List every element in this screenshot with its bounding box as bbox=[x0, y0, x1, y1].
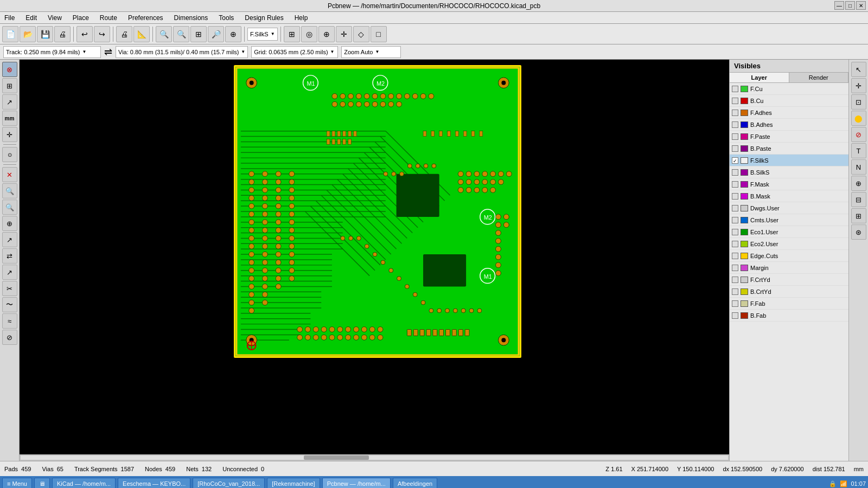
layer-row-eco1-user[interactable]: Eco1.User bbox=[730, 226, 848, 238]
layer-row-b-silks[interactable]: B.SilkS bbox=[730, 166, 848, 178]
layer-view-btn[interactable]: ⊙ bbox=[2, 147, 17, 162]
plus-tool[interactable]: ✛ bbox=[851, 78, 866, 93]
menu-button[interactable]: ≡ Menu bbox=[2, 478, 32, 488]
cross-tool[interactable]: ⊕ bbox=[851, 176, 866, 191]
layer-row-margin[interactable]: Margin bbox=[730, 262, 848, 274]
layer-row-b-mask[interactable]: B.Mask bbox=[730, 190, 848, 202]
eeschema-task[interactable]: Eeschema — KEYBO... bbox=[118, 478, 190, 488]
delete-btn[interactable]: ✕ bbox=[2, 167, 17, 182]
undo-button[interactable]: ↩ bbox=[76, 26, 93, 42]
layer-visibility-checkbox[interactable] bbox=[732, 110, 738, 116]
via-size-dropdown[interactable]: Via: 0.80 mm (31.5 mils)/ 0.40 mm (15.7 … bbox=[116, 46, 248, 58]
layer-row-b-cu[interactable]: B.Cu bbox=[730, 95, 848, 107]
layer-visibility-checkbox[interactable]: ✓ bbox=[732, 157, 738, 164]
plot-button[interactable]: 📐 bbox=[133, 26, 150, 42]
scrollbar-thumb[interactable] bbox=[304, 455, 369, 460]
ratsnest-button[interactable]: ◎ bbox=[301, 26, 317, 42]
layer-row-b-paste[interactable]: B.Paste bbox=[730, 143, 848, 155]
kicad-task[interactable]: KiCad — /home/m... bbox=[52, 478, 116, 488]
layer-visibility-checkbox[interactable] bbox=[732, 241, 738, 247]
menu-item-dimensions[interactable]: Dimensions bbox=[172, 13, 210, 23]
menu-item-place[interactable]: Place bbox=[71, 13, 91, 23]
net-tool[interactable]: N bbox=[851, 159, 866, 175]
zoom-in-button[interactable]: 🔍 bbox=[156, 26, 172, 42]
select-tool[interactable]: ⊗ bbox=[2, 62, 17, 77]
layer-row-f-mask[interactable]: F.Mask bbox=[730, 178, 848, 190]
menu-item-file[interactable]: File bbox=[2, 13, 17, 23]
grid-dropdown[interactable]: Grid: 0.0635 mm (2.50 mils) ▼ bbox=[251, 46, 338, 58]
component-tool[interactable]: ⊞ bbox=[2, 78, 17, 93]
canvas-area[interactable]: M1 M2 M2 M1 bbox=[20, 60, 729, 461]
pcbnew-task[interactable]: Pcbnew — /home/m... bbox=[322, 478, 391, 488]
layer-row-cmts-user[interactable]: Cmts.User bbox=[730, 214, 848, 226]
lock-tool[interactable]: ⊛ bbox=[851, 224, 866, 240]
route-diff-btn[interactable]: ⇄ bbox=[2, 248, 17, 264]
text-label-tool[interactable]: T bbox=[851, 143, 866, 158]
footprint-tool[interactable]: ↗ bbox=[2, 94, 17, 110]
layer-visibility-checkbox[interactable] bbox=[732, 86, 738, 92]
layer-visibility-checkbox[interactable] bbox=[732, 145, 738, 152]
zoom-out-button[interactable]: 🔍 bbox=[173, 26, 189, 42]
layer-row-dwgs-user[interactable]: Dwgs.User bbox=[730, 202, 848, 214]
zoom-select-button[interactable]: 🔎 bbox=[208, 26, 224, 42]
close-button[interactable]: ✕ bbox=[856, 1, 866, 10]
layer-row-f-silks[interactable]: ✓F.SilkS bbox=[730, 155, 848, 166]
layer-visibility-checkbox[interactable] bbox=[732, 288, 738, 295]
layer-visibility-checkbox[interactable] bbox=[732, 277, 738, 283]
horizontal-scrollbar[interactable] bbox=[20, 454, 729, 461]
layer-dropdown[interactable]: F.SilkS ▼ bbox=[247, 28, 278, 41]
layer-row-f-adhes[interactable]: F.Adhes bbox=[730, 107, 848, 119]
layer-visibility-checkbox[interactable] bbox=[732, 121, 738, 128]
print-button[interactable]: 🖨 bbox=[54, 26, 71, 42]
net-inspector-button[interactable]: ⊞ bbox=[284, 26, 300, 42]
layer-row-f-crtyd[interactable]: F.CrtYd bbox=[730, 274, 848, 286]
edit-btn[interactable]: ⊘ bbox=[2, 330, 17, 345]
menu-item-tools[interactable]: Tools bbox=[216, 13, 236, 23]
snap-tool[interactable]: ⊡ bbox=[851, 94, 866, 110]
layer-row-edge-cuts[interactable]: Edge.Cuts bbox=[730, 250, 848, 262]
layer-visibility-checkbox[interactable] bbox=[732, 133, 738, 140]
route-single-btn[interactable]: ↗ bbox=[2, 232, 17, 247]
adjust-tool[interactable]: ✛ bbox=[2, 127, 17, 142]
layer-row-eco2-user[interactable]: Eco2.User bbox=[730, 238, 848, 250]
layer-row-f-paste[interactable]: F.Paste bbox=[730, 131, 848, 143]
push-shove-btn[interactable]: ✂ bbox=[2, 281, 17, 296]
layer-visibility-checkbox[interactable] bbox=[732, 312, 738, 319]
minimize-button[interactable]: — bbox=[834, 1, 844, 10]
fanout-btn[interactable]: ↗ bbox=[2, 265, 17, 280]
3d-viewer-button[interactable]: □ bbox=[371, 26, 387, 42]
menu-item-design-rules[interactable]: Design Rules bbox=[242, 13, 285, 23]
layer-visibility-checkbox[interactable] bbox=[732, 193, 738, 200]
desktop-button[interactable]: 🖥 bbox=[34, 478, 50, 488]
layer-visibility-checkbox[interactable] bbox=[732, 300, 738, 307]
layer-row-b-adhes[interactable]: B.Adhes bbox=[730, 119, 848, 131]
layer-visibility-checkbox[interactable] bbox=[732, 181, 738, 188]
tab-render[interactable]: Render bbox=[789, 73, 849, 82]
redo-button[interactable]: ↪ bbox=[94, 26, 110, 42]
track-width-dropdown[interactable]: Track: 0.250 mm (9.84 mils) ▼ bbox=[3, 46, 101, 58]
drc-button[interactable]: ⊕ bbox=[318, 26, 335, 42]
text-tool[interactable]: mm bbox=[2, 111, 17, 126]
layer-visibility-checkbox[interactable] bbox=[732, 265, 738, 271]
grid-tool[interactable]: ⊞ bbox=[851, 208, 866, 223]
layer-row-b-fab[interactable]: B.Fab bbox=[730, 310, 848, 322]
route-button[interactable]: ◇ bbox=[353, 26, 369, 42]
layer-color[interactable]: ⬤ bbox=[851, 111, 866, 126]
inspect-btn[interactable]: 🔍 bbox=[2, 183, 17, 198]
layer-visibility-checkbox[interactable] bbox=[732, 217, 738, 223]
tab-layer[interactable]: Layer bbox=[730, 73, 789, 82]
layer-row-f-cu[interactable]: F.Cu bbox=[730, 83, 848, 95]
new-button[interactable]: 📄 bbox=[2, 26, 18, 42]
zoom-dropdown[interactable]: Zoom Auto ▼ bbox=[341, 46, 401, 58]
menu-item-edit[interactable]: Edit bbox=[23, 13, 39, 23]
meander-btn[interactable]: 〜 bbox=[2, 297, 17, 312]
images-task[interactable]: Afbeeldingen bbox=[393, 478, 437, 488]
layer-row-b-crtyd[interactable]: B.CrtYd bbox=[730, 286, 848, 298]
calculator-task[interactable]: [Rekenmachine] bbox=[267, 478, 320, 488]
menu-item-help[interactable]: Help bbox=[292, 13, 310, 23]
layer-visibility-checkbox[interactable] bbox=[732, 98, 738, 104]
no-connect-tool[interactable]: ⊘ bbox=[851, 127, 866, 142]
menu-item-route[interactable]: Route bbox=[98, 13, 119, 23]
layer-visibility-checkbox[interactable] bbox=[732, 205, 738, 211]
microwave-btn[interactable]: ≈ bbox=[2, 313, 17, 329]
